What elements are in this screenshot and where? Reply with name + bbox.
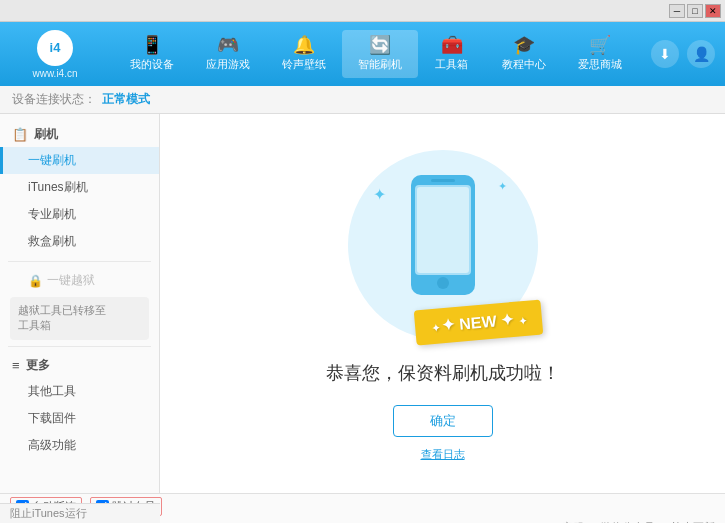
- sidebar-item-rescue-flash[interactable]: 救盒刷机: [0, 228, 159, 255]
- download-btn[interactable]: ⬇: [651, 40, 679, 68]
- tutorial-label: 教程中心: [502, 57, 546, 72]
- logo[interactable]: i4 www.i4.cn: [10, 30, 100, 79]
- toolbox-label: 工具箱: [435, 57, 468, 72]
- smart-flash-label: 智能刷机: [358, 57, 402, 72]
- apps-games-icon: 🎮: [217, 36, 239, 54]
- jailbreak-note: 越狱工具已转移至工具箱: [10, 297, 149, 340]
- view-log-link[interactable]: 查看日志: [421, 447, 465, 462]
- account-btn[interactable]: 👤: [687, 40, 715, 68]
- tutorial-icon: 🎓: [513, 36, 535, 54]
- top-nav: i4 www.i4.cn 📱 我的设备 🎮 应用游戏 🔔 铃声壁纸 🔄 智能刷机…: [0, 22, 725, 86]
- status-label: 设备连接状态：: [12, 91, 96, 108]
- svg-rect-4: [431, 179, 455, 182]
- sidebar-item-advanced[interactable]: 高级功能: [0, 432, 159, 459]
- flash-section-icon: 📋: [12, 127, 28, 142]
- logo-icon: i4: [37, 30, 73, 66]
- ringtones-icon: 🔔: [293, 36, 315, 54]
- status-bar: 设备连接状态： 正常模式: [0, 86, 725, 114]
- sidebar-section-more: ≡ 更多: [0, 353, 159, 378]
- sidebar-item-pro-flash[interactable]: 专业刷机: [0, 201, 159, 228]
- nav-app-store[interactable]: 🛒 爱思商城: [562, 30, 638, 78]
- title-bar: ─ □ ✕: [0, 0, 725, 22]
- sidebar: 📋 刷机 一键刷机 iTunes刷机 专业刷机 救盒刷机 🔒 一键越狱 越狱工具…: [0, 114, 160, 493]
- nav-tutorial[interactable]: 🎓 教程中心: [486, 30, 562, 78]
- divider-1: [8, 261, 151, 262]
- lock-icon: 🔒: [28, 274, 43, 288]
- content-area: ✦ ✦ ✦ NEW ✦ 恭喜您，保资料刷机成功啦！ 确定 查看日志: [160, 114, 725, 493]
- nav-ringtones[interactable]: 🔔 铃声壁纸: [266, 30, 342, 78]
- sidebar-item-itunes-flash[interactable]: iTunes刷机: [0, 174, 159, 201]
- nav-toolbox[interactable]: 🧰 工具箱: [418, 30, 486, 78]
- svg-text:✦: ✦: [498, 180, 507, 192]
- svg-rect-2: [417, 187, 469, 273]
- confirm-button[interactable]: 确定: [393, 405, 493, 437]
- smart-flash-icon: 🔄: [369, 36, 391, 54]
- apps-games-label: 应用游戏: [206, 57, 250, 72]
- nav-smart-flash[interactable]: 🔄 智能刷机: [342, 30, 418, 78]
- svg-point-3: [437, 277, 449, 289]
- success-text: 恭喜您，保资料刷机成功啦！: [326, 361, 560, 385]
- nav-items: 📱 我的设备 🎮 应用游戏 🔔 铃声壁纸 🔄 智能刷机 🧰 工具箱 🎓 教程中心…: [110, 30, 641, 78]
- close-btn[interactable]: ✕: [705, 4, 721, 18]
- minimize-btn[interactable]: ─: [669, 4, 685, 18]
- my-device-label: 我的设备: [130, 57, 174, 72]
- nav-right: ⬇ 👤: [651, 40, 715, 68]
- svg-text:✦: ✦: [373, 186, 386, 203]
- app-store-icon: 🛒: [589, 36, 611, 54]
- maximize-btn[interactable]: □: [687, 4, 703, 18]
- nav-apps-games[interactable]: 🎮 应用游戏: [190, 30, 266, 78]
- phone-illustration: ✦ ✦ ✦ NEW ✦: [343, 145, 543, 345]
- divider-2: [8, 346, 151, 347]
- nav-my-device[interactable]: 📱 我的设备: [114, 30, 190, 78]
- itunes-status: 阻止iTunes运行: [0, 503, 160, 523]
- sidebar-section-flash: 📋 刷机: [0, 122, 159, 147]
- logo-url: www.i4.cn: [32, 68, 77, 79]
- sidebar-item-other-tools[interactable]: 其他工具: [0, 378, 159, 405]
- sidebar-section-jailbreak: 🔒 一键越狱: [0, 268, 159, 293]
- sidebar-item-one-click-flash[interactable]: 一键刷机: [0, 147, 159, 174]
- my-device-icon: 📱: [141, 36, 163, 54]
- ringtones-label: 铃声壁纸: [282, 57, 326, 72]
- app-store-label: 爱思商城: [578, 57, 622, 72]
- toolbox-icon: 🧰: [441, 36, 463, 54]
- more-section-icon: ≡: [12, 358, 20, 373]
- main-layout: 📋 刷机 一键刷机 iTunes刷机 专业刷机 救盒刷机 🔒 一键越狱 越狱工具…: [0, 114, 725, 493]
- status-value: 正常模式: [102, 91, 150, 108]
- sidebar-item-download-firmware[interactable]: 下载固件: [0, 405, 159, 432]
